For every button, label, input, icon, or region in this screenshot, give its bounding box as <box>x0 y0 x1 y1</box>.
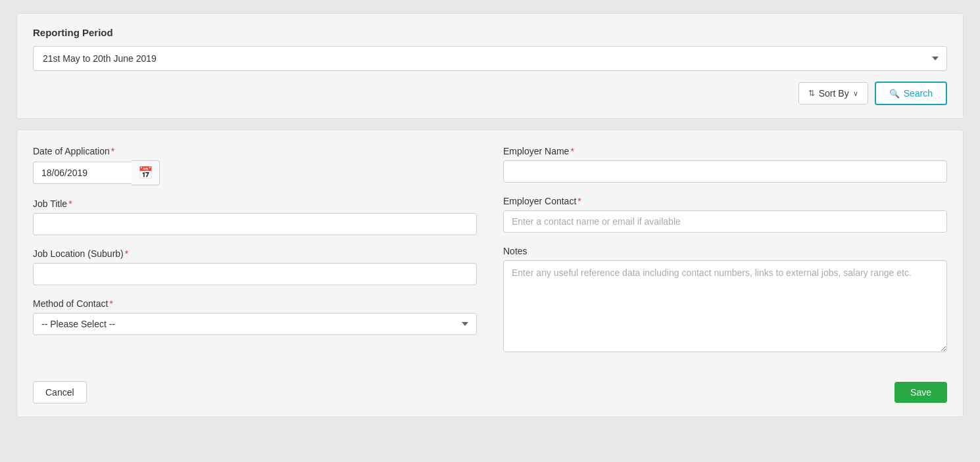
chevron-down-icon: ∨ <box>853 89 858 98</box>
reporting-period-card: Reporting Period 21st May to 20th June 2… <box>16 13 964 119</box>
method-required-star: * <box>109 298 112 309</box>
save-button[interactable]: Save <box>894 382 947 403</box>
sort-by-button[interactable]: ⇅ Sort By ∨ <box>798 82 868 104</box>
employer-name-input[interactable] <box>503 160 947 183</box>
search-button[interactable]: 🔍 Search <box>875 81 947 105</box>
method-of-contact-label: Method of Contact* <box>33 298 477 309</box>
notes-label: Notes <box>503 246 947 256</box>
reporting-period-title: Reporting Period <box>33 27 947 38</box>
calendar-icon: 📅 <box>138 166 153 180</box>
employer-contact-required-star: * <box>577 196 581 206</box>
employer-contact-group: Employer Contact* <box>503 196 947 233</box>
calendar-button[interactable]: 📅 <box>132 160 160 185</box>
form-card: Date of Application* 📅 Job Title* <box>16 129 964 417</box>
employer-contact-label: Employer Contact* <box>503 196 947 206</box>
date-of-application-group: Date of Application* 📅 <box>33 146 477 185</box>
sort-icon: ⇅ <box>808 89 815 98</box>
cancel-button[interactable]: Cancel <box>33 381 87 404</box>
search-label: Search <box>904 88 933 99</box>
method-of-contact-group: Method of Contact* -- Please Select -- <box>33 298 477 335</box>
form-right-column: Employer Name* Employer Contact* Notes <box>503 146 947 368</box>
job-title-input[interactable] <box>33 213 477 235</box>
reporting-period-select[interactable]: 21st May to 20th June 2019 <box>33 46 947 71</box>
method-of-contact-select[interactable]: -- Please Select -- <box>33 313 477 335</box>
form-grid: Date of Application* 📅 Job Title* <box>33 146 947 368</box>
date-of-application-label: Date of Application* <box>33 146 477 156</box>
form-left-column: Date of Application* 📅 Job Title* <box>33 146 477 368</box>
notes-textarea[interactable] <box>503 260 947 352</box>
job-title-required-star: * <box>68 198 72 209</box>
date-input-wrapper: 📅 <box>33 160 160 185</box>
employer-contact-input[interactable] <box>503 210 947 233</box>
job-location-label: Job Location (Suburb)* <box>33 248 477 259</box>
job-location-required-star: * <box>125 248 128 259</box>
job-location-input[interactable] <box>33 263 477 285</box>
employer-name-group: Employer Name* <box>503 146 947 183</box>
form-footer: Cancel Save <box>33 379 947 404</box>
notes-group: Notes <box>503 246 947 355</box>
date-required-star: * <box>111 146 114 156</box>
employer-name-required-star: * <box>570 146 574 156</box>
employer-name-label: Employer Name* <box>503 146 947 156</box>
toolbar-row: ⇅ Sort By ∨ 🔍 Search <box>33 81 947 105</box>
job-location-group: Job Location (Suburb)* <box>33 248 477 285</box>
job-title-group: Job Title* <box>33 198 477 235</box>
search-icon: 🔍 <box>889 89 900 99</box>
sort-by-label: Sort By <box>819 88 849 99</box>
date-of-application-input[interactable] <box>33 162 132 184</box>
job-title-label: Job Title* <box>33 198 477 209</box>
